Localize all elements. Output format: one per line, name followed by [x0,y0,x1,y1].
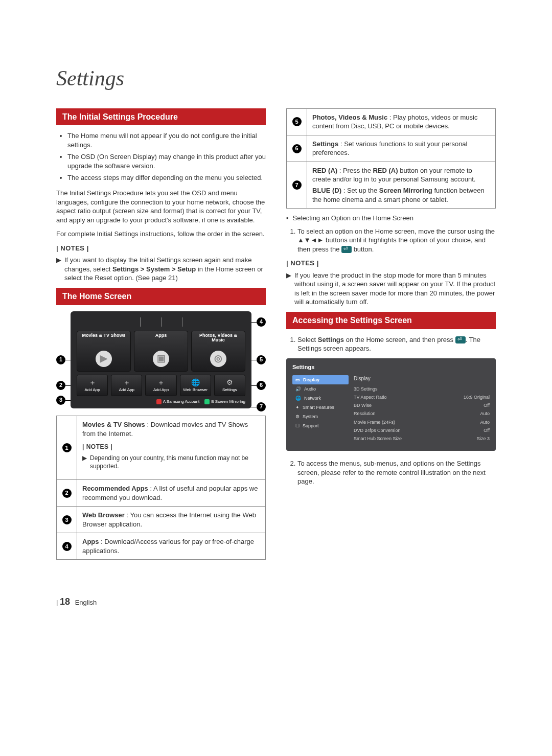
bullet: The Home menu will not appear if you do … [67,131,266,149]
callout-1: 1 [56,355,65,364]
left-column: The Initial Settings Procedure The Home … [56,108,266,565]
step-2: To access the menus, sub-menus, and opti… [297,459,496,486]
audio-icon: 🔊 [295,386,301,392]
table-cell: Settings : Set various functions to suit… [307,135,496,162]
notes-label: | NOTES | [82,443,260,451]
home-card-apps: Apps ▣ [134,331,188,372]
plus-icon: ＋ [123,378,130,387]
accessing-steps: Select Settings on the Home screen, and … [286,335,496,353]
accessing-steps-2: To access the menus, sub-menus, and opti… [286,459,496,486]
settings-row: DVD 24fps ConversionOff [354,426,490,434]
panel-title: Display [354,375,490,382]
page-number: 18 [60,597,70,607]
arrow-icon: ▶ [286,271,291,307]
note-item: ▶ If you want to display the Initial Set… [56,256,266,283]
section-home-screen: The Home Screen [56,288,266,305]
note-text: Depending on your country, this menu fun… [90,454,260,470]
home-screen-table-2: 5 Photos, Videos & Music : Play photos, … [286,108,496,209]
section-accessing-settings: Accessing the Settings Screen [286,312,496,329]
gear-icon: ⚙ [226,378,233,387]
home-screen-mock: Movies & TV Shows ▶ Apps ▣ Photos, Video… [71,311,251,409]
apps-icon: ▣ [153,351,169,367]
initial-settings-bullets: The Home menu will not appear if you do … [56,131,266,182]
legend-a: A Samsung Account [156,399,200,405]
num-6: 6 [292,144,302,153]
step-1: Select Settings on the Home screen, and … [297,335,496,353]
num-2: 2 [62,489,72,498]
notes-label: | NOTES | [56,244,266,253]
square-bullet-icon: ▪ [286,214,289,223]
page-footer: | 18 English [56,595,496,608]
settings-nav: ▭Display 🔊Audio 🌐Network ✦Smart Features… [292,375,349,443]
settings-row: TV Aspect Ratio16:9 Original [354,393,490,401]
settings-screen-mock: Settings ▭Display 🔊Audio 🌐Network ✦Smart… [286,358,496,451]
note-text: If you want to display the Initial Setti… [64,256,266,283]
settings-main: Display 3D Settings TV Aspect Ratio16:9 … [354,375,490,443]
home-small-webbrowser: 🌐Web Browser [180,375,211,396]
table-cell: RED (A) : Press the RED (A) button on yo… [307,162,496,208]
bullet: The OSD (On Screen Display) may change i… [67,152,266,170]
table-cell: Movies & TV Shows : Download movies and … [77,416,266,480]
arrow-icon: ▶ [56,256,61,283]
home-small-addapp: ＋Add App [111,375,142,396]
play-icon: ▶ [96,351,112,367]
nav-support: ☐Support [292,421,349,430]
notes-label: | NOTES | [286,259,496,268]
support-icon: ☐ [295,423,300,429]
note-item: ▶ If you leave the product in the stop m… [286,271,496,307]
home-screen-table: 1 Movies & TV Shows : Download movies an… [56,416,266,560]
nav-display: ▭Display [292,375,349,384]
callout-6: 6 [257,381,266,390]
display-icon: ▭ [295,377,300,383]
camera-icon: ◎ [210,351,226,367]
num-5: 5 [292,117,302,126]
settings-row: Movie Frame (24Fs)Auto [354,418,490,426]
num-4: 4 [62,542,72,551]
num-3: 3 [62,515,72,524]
table-cell: Web Browser : You can access the Interne… [77,507,266,533]
settings-row: ResolutionAuto [354,409,490,418]
home-small-settings: ⚙Settings [214,375,245,396]
nav-network: 🌐Network [292,394,349,403]
home-card-media: Photos, Videos & Music ◎ [191,331,245,372]
callout-4: 4 [257,317,266,327]
table-cell: Apps : Download/Access various for pay o… [77,533,266,560]
legend-b: B Screen Mirroring [204,399,245,405]
paragraph: The Initial Settings Procedure lets you … [56,189,266,224]
plus-icon: ＋ [157,378,165,387]
globe-icon: 🌐 [191,378,200,387]
home-small-addapp: ＋Add App [145,375,176,396]
callout-7: 7 [257,402,266,411]
table-cell: Recommended Apps : A list of useful and … [77,480,266,507]
subheading: Selecting an Option on the Home Screen [293,214,413,223]
num-1: 1 [62,443,72,452]
table-cell: Photos, Videos & Music : Play photos, vi… [307,108,496,135]
enter-icon [455,336,466,343]
nav-audio: 🔊Audio [292,384,349,394]
home-small-addapp: ＋Add App [77,375,108,396]
smart-icon: ✦ [295,404,300,410]
select-option-steps: To select an option on the Home screen, … [286,227,496,254]
settings-title: Settings [292,363,490,371]
step-1: To select an option on the Home screen, … [297,227,496,254]
callout-3: 3 [56,396,65,405]
settings-row: 3D Settings [354,385,490,393]
bullet: The access steps may differ depending on… [67,173,266,182]
home-card-movies: Movies & TV Shows ▶ [77,331,131,372]
num-7: 7 [292,180,302,190]
enter-icon [341,246,352,253]
chapter-title: Settings [56,64,496,93]
settings-row: BD WiseOff [354,401,490,409]
right-column: 5 Photos, Videos & Music : Play photos, … [286,108,496,565]
note-text: If you leave the product in the stop mod… [294,271,496,307]
arrow-icon: ▶ [82,454,87,470]
callout-5: 5 [257,355,266,364]
page-language: English [75,599,97,606]
system-icon: ⚙ [295,414,300,420]
callout-2: 2 [56,381,65,390]
network-icon: 🌐 [295,395,301,401]
paragraph: For complete Initial Settings instructio… [56,230,266,239]
settings-row: Smart Hub Screen SizeSize 3 [354,434,490,443]
plus-icon: ＋ [89,378,96,387]
nav-system: ⚙System [292,412,349,421]
